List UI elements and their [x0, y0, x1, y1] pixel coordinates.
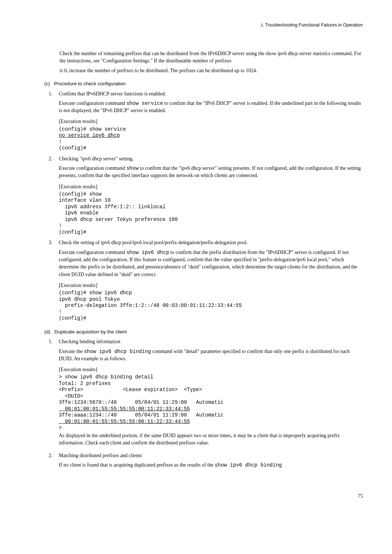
- text: Execute configuration command: [59, 250, 126, 255]
- item-d1-title: Checking binding information: [59, 338, 363, 345]
- exec-label: [Execution results]: [59, 118, 363, 125]
- intro-p1: Check the number of remaining prefixes t…: [60, 50, 363, 65]
- code-line: <DUID>: [59, 393, 83, 399]
- list-num: 1.: [49, 338, 59, 449]
- section-c-label: (c): [44, 81, 50, 86]
- code-line: 3ffe:1234:5678::/48 05/04/01 11:29:00 Au…: [59, 399, 224, 405]
- inline-code: show ipv6 dhcp binding: [84, 349, 151, 354]
- item2-title: Checking "ipv6 dhcp server" setting.: [59, 155, 363, 163]
- intro-p2: is 0, increase the number of prefixes to…: [60, 67, 363, 74]
- code-line: (config)# show service: [59, 126, 126, 132]
- exec-label: [Execution results]: [59, 183, 363, 190]
- exec-label: [Execution results]: [59, 282, 363, 289]
- item3-title: Check the setting of ipv6 dhcp pool/ipv6…: [59, 239, 363, 246]
- chapter-title: Troubleshooting Functional Failures in O…: [265, 22, 363, 28]
- item2-desc: Execute configuration command show to co…: [59, 165, 363, 180]
- text: If no client is found that is acquiring …: [59, 462, 215, 468]
- code-line: Total: 2 prefixes: [59, 381, 111, 386]
- list-item-d2: 2. Matching distributed prefixes and cli…: [49, 452, 363, 471]
- code-block: (config)# show ipv6 dhcp ipv6 dhcp pool …: [59, 290, 363, 322]
- item1-desc: Execute configuration command show servi…: [59, 100, 363, 115]
- code-line: !: [59, 139, 62, 145]
- chapter-number: 3.: [261, 22, 264, 28]
- code-block: (config)# show service no service ipv6 d…: [59, 126, 363, 152]
- inline-code: show: [126, 165, 139, 171]
- code-line-underlined: 00:01:00:01:55:55:55:55:00:11:22:33:44:5…: [59, 419, 190, 424]
- section-c-title: Procedure to check configuration: [54, 81, 126, 86]
- code-line: 3ffe:aaaa:1234::/48 05/04/01 11:29:00 Au…: [59, 412, 224, 418]
- list-item-2: 2. Checking "ipv6 dhcp server" setting. …: [49, 155, 363, 237]
- item-d2-desc: If no client is found that is acquiring …: [59, 461, 363, 469]
- exec-label: [Execution results]: [59, 366, 363, 373]
- inline-code: show service: [126, 100, 163, 106]
- intro-block: Check the number of remaining prefixes t…: [60, 50, 363, 74]
- code-line: > show ipv6 dhcp binding detail: [59, 374, 153, 380]
- list-item-d1: 1. Checking binding information Execute …: [49, 338, 363, 449]
- list-num: 3.: [49, 239, 59, 322]
- inline-code: show ipv6 dhcp binding: [215, 462, 282, 468]
- list-item-1: 1. Confirm that IPv6DHCP server function…: [49, 90, 363, 152]
- code-line: (config)#: [59, 145, 86, 151]
- code-line: <Prefix> <Lease expiration> <Type>: [59, 387, 202, 393]
- code-block: > show ipv6 dhcp binding detail Total: 2…: [59, 374, 363, 431]
- list-item-3: 3. Check the setting of ipv6 dhcp pool/i…: [49, 239, 363, 322]
- list-num: 2.: [49, 155, 59, 237]
- code-block: (config)# show interface vlan 10 ipv6 ad…: [59, 191, 363, 236]
- item-d1-desc: Execute the show ipv6 dhcp binding comma…: [59, 348, 363, 363]
- item3-desc: Execute configuration command show ipv6 …: [59, 249, 363, 278]
- section-c-heading: (c) Procedure to check configuration: [44, 80, 363, 87]
- inline-code: show ipv6 dhcp: [126, 250, 169, 255]
- section-d-heading: (d) Duplicate acquisition by the client: [44, 328, 363, 336]
- item-d2-title: Matching distributed prefixes and client…: [59, 452, 363, 459]
- section-d-label: (d): [44, 329, 50, 335]
- list-num: 1.: [49, 90, 59, 152]
- page-number: 75: [40, 493, 363, 500]
- code-line-underlined: 00:01:00:01:55:55:55:55:00:11:22:33:44:5…: [59, 406, 190, 412]
- text: Execute configuration command: [59, 100, 126, 106]
- text: Execute configuration command: [59, 165, 126, 171]
- page-header: 3. Troubleshooting Functional Failures i…: [40, 22, 363, 28]
- item1-title: Confirm that IPv6DHCP server functions i…: [59, 90, 363, 98]
- code-line: >: [59, 425, 62, 431]
- section-d-title: Duplicate acquisition by the client: [54, 329, 127, 335]
- text: Execute the: [59, 349, 84, 354]
- item-d1-tail: As displayed in the underlined portion, …: [59, 432, 363, 447]
- list-num: 2.: [49, 452, 59, 471]
- code-line-underlined: no service ipv6 dhcp: [59, 132, 120, 138]
